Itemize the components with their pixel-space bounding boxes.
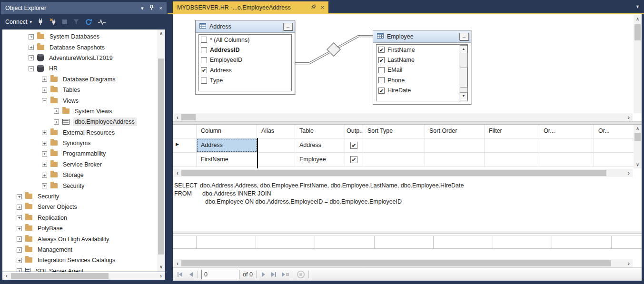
checkbox[interactable]: [201, 47, 207, 53]
expand-icon[interactable]: +: [17, 247, 22, 253]
header-column[interactable]: Column: [197, 125, 257, 138]
checkbox[interactable]: ✔: [378, 47, 385, 53]
cell-output[interactable]: ✔: [345, 153, 363, 166]
connect-button[interactable]: Connect ▾: [5, 19, 32, 25]
column-row[interactable]: Type: [199, 76, 291, 86]
cell-column[interactable]: FirstName: [197, 153, 257, 166]
document-tab[interactable]: MYDBSERVER.HR -...o.EmployeeAddress ×: [173, 1, 328, 13]
table-titlebar[interactable]: Employee _: [373, 30, 471, 43]
table-titlebar[interactable]: Address _: [196, 20, 295, 33]
tree-item-dbo-employeeaddress[interactable]: +dbo.EmployeeAddress: [2, 117, 165, 127]
current-record-input[interactable]: 0: [201, 270, 239, 279]
diagram-table-employee[interactable]: Employee _ ✔FirstName ✔LastName EMail Ph…: [373, 30, 471, 105]
cell-table[interactable]: Address: [295, 138, 345, 152]
tree-item-replication[interactable]: +Replication: [2, 213, 165, 223]
expand-icon[interactable]: +: [42, 151, 47, 157]
output-checkbox[interactable]: ✔: [350, 156, 357, 163]
last-record-button[interactable]: [270, 271, 277, 278]
diagram-pane[interactable]: Address _ * (All Columns) AddressID Empl…: [173, 14, 642, 113]
checkbox[interactable]: [201, 37, 207, 43]
checkbox[interactable]: ✔: [201, 67, 207, 73]
scroll-right-icon[interactable]: ›: [625, 260, 633, 267]
output-checkbox[interactable]: ✔: [350, 142, 357, 149]
scroll-down-icon[interactable]: ∨: [634, 161, 642, 168]
header-filter[interactable]: Filter: [485, 125, 539, 138]
disconnect-server-icon[interactable]: [50, 18, 57, 26]
tree-item-external-resources[interactable]: +External Resources: [2, 127, 165, 138]
column-list-scrollbar[interactable]: ▲ ▼: [459, 45, 467, 101]
expand-icon[interactable]: +: [42, 173, 47, 178]
tree-item-views[interactable]: −Views: [2, 95, 165, 106]
cell-filter[interactable]: [485, 153, 539, 166]
expand-icon[interactable]: +: [17, 205, 22, 210]
scroll-right-icon[interactable]: ›: [157, 273, 165, 279]
results-cell[interactable]: [552, 236, 612, 248]
cell-or1[interactable]: [539, 153, 594, 166]
column-row[interactable]: ✔FirstName: [376, 45, 459, 55]
diagram-table-address[interactable]: Address _ * (All Columns) AddressID Empl…: [195, 20, 295, 95]
column-row[interactable]: ✔LastName: [376, 55, 459, 65]
criteria-grid[interactable]: Column Alias Table Outp... Sort Type Sor…: [173, 125, 642, 168]
scroll-up-icon[interactable]: ∧: [634, 15, 642, 23]
scroll-up-icon[interactable]: ▲: [460, 45, 467, 53]
refresh-icon[interactable]: [85, 18, 92, 26]
scrollbar-thumb[interactable]: [460, 68, 467, 88]
cell-sort-order[interactable]: [425, 138, 485, 152]
results-cell[interactable]: [197, 236, 256, 248]
document-well-dropdown-icon[interactable]: ▼: [635, 4, 640, 9]
header-or1[interactable]: Or...: [539, 125, 594, 138]
scroll-up-icon[interactable]: ∧: [157, 29, 165, 37]
scrollbar-thumb[interactable]: [181, 260, 611, 266]
diagram-horizontal-scrollbar[interactable]: ‹ ›: [174, 113, 633, 121]
tree-item-system-databases[interactable]: +System Databases: [2, 31, 165, 42]
tree-item-programmability[interactable]: +Programmability: [2, 148, 165, 159]
column-row[interactable]: AddressID: [199, 45, 291, 55]
tree-item-integration-services-catalogs[interactable]: +Integration Services Catalogs: [2, 255, 165, 265]
tree-item-system-views[interactable]: +System Views: [2, 106, 165, 117]
scrollbar-thumb[interactable]: [181, 170, 606, 176]
tree-item-server-objects[interactable]: +Server Objects: [2, 202, 165, 212]
scroll-down-icon[interactable]: ▼: [460, 92, 467, 100]
expand-icon[interactable]: +: [29, 45, 34, 50]
tree-item-polybase[interactable]: +PolyBase: [2, 223, 165, 234]
checkbox[interactable]: [201, 78, 207, 84]
cell-alias[interactable]: [257, 138, 295, 152]
expand-icon[interactable]: +: [42, 162, 47, 167]
column-row[interactable]: EMail: [376, 65, 459, 75]
results-pane[interactable]: [173, 234, 642, 259]
expand-icon[interactable]: +: [17, 258, 22, 263]
results-cell[interactable]: [256, 236, 316, 248]
results-cell[interactable]: [612, 236, 642, 248]
scroll-down-icon[interactable]: ∨: [157, 263, 165, 271]
scroll-right-icon[interactable]: ›: [625, 114, 633, 121]
header-output[interactable]: Outp...: [345, 125, 363, 138]
expand-icon[interactable]: +: [29, 55, 34, 60]
tree-item-tables[interactable]: +Tables: [2, 85, 165, 95]
close-icon[interactable]: ×: [320, 4, 324, 10]
next-record-button[interactable]: [260, 271, 267, 278]
scrollbar-thumb[interactable]: [634, 24, 641, 40]
checkbox[interactable]: ✔: [378, 88, 385, 94]
tree-item-hr[interactable]: −HR: [2, 63, 165, 74]
cell-or2[interactable]: [594, 138, 632, 152]
results-horizontal-scrollbar[interactable]: ‹ ›: [174, 259, 633, 267]
connect-server-icon[interactable]: [37, 18, 44, 26]
expand-icon[interactable]: +: [42, 77, 47, 82]
column-row[interactable]: * (All Columns): [199, 35, 291, 45]
expand-icon[interactable]: +: [54, 108, 59, 114]
diagram-vertical-scrollbar[interactable]: ∧ ∨: [634, 15, 642, 113]
results-cell[interactable]: [493, 236, 553, 248]
header-table[interactable]: Table: [295, 125, 345, 138]
move-to-new-record-button[interactable]: [281, 271, 289, 278]
scroll-right-icon[interactable]: ›: [625, 170, 633, 176]
scroll-left-icon[interactable]: ‹: [174, 170, 181, 176]
column-row[interactable]: Phone: [376, 75, 459, 85]
tree-item-database-diagrams[interactable]: +Database Diagrams: [2, 74, 165, 85]
scroll-down-icon[interactable]: ∨: [634, 113, 642, 113]
close-icon[interactable]: ×: [159, 5, 162, 11]
cell-or1[interactable]: [539, 138, 594, 152]
results-cell[interactable]: [375, 236, 434, 248]
expand-icon[interactable]: +: [42, 88, 47, 93]
tree-item-security[interactable]: +Security: [2, 191, 165, 202]
expand-icon[interactable]: +: [42, 141, 47, 146]
